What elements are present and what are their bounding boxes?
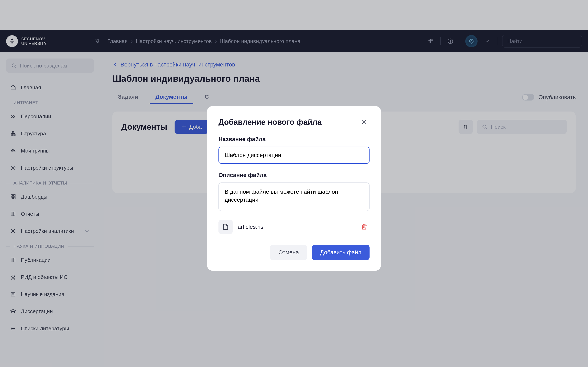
modal-title: Добавление нового файла	[218, 118, 321, 127]
modal-overlay[interactable]: Добавление нового файла Название файла О…	[0, 0, 588, 367]
delete-file-button[interactable]	[359, 221, 370, 233]
cancel-button[interactable]: Отмена	[270, 245, 307, 260]
file-name-input[interactable]	[218, 147, 370, 164]
file-desc-input[interactable]	[218, 183, 370, 211]
add-file-modal: Добавление нового файла Название файла О…	[207, 106, 381, 271]
attached-file-name: articles.ris	[238, 224, 354, 230]
trash-icon	[361, 223, 368, 230]
file-icon	[218, 220, 233, 234]
file-desc-label: Описание файла	[218, 172, 370, 178]
file-name-label: Название файла	[218, 136, 370, 142]
close-icon	[361, 118, 368, 125]
submit-button[interactable]: Добавить файл	[312, 245, 370, 260]
close-button[interactable]	[359, 117, 370, 128]
attached-file-row: articles.ris	[218, 220, 370, 234]
